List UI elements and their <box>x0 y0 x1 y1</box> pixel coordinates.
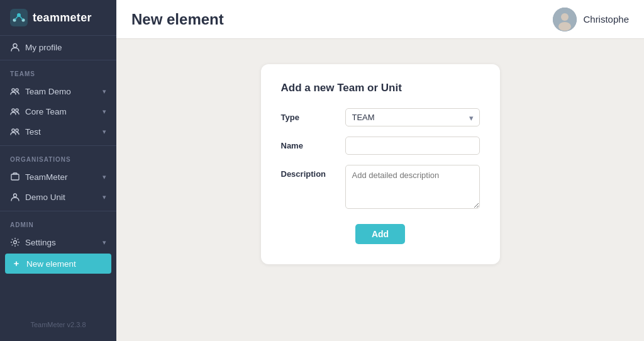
sidebar: teammeter My profile TEAMS Team Demo ▾ <box>0 0 116 341</box>
description-textarea-wrap <box>345 165 480 211</box>
settings-label: Settings <box>25 238 56 247</box>
app-name: teammeter <box>33 11 92 25</box>
form-card-title: Add a new Team or Unit <box>281 82 480 94</box>
teammeter-org-chevron: ▾ <box>103 173 106 181</box>
avatar-image <box>553 8 577 31</box>
form-footer: Add <box>281 224 480 244</box>
admin-section-label: ADMIN <box>0 219 116 232</box>
main-content: Add a new Team or Unit Type TEAM UNIT Na… <box>116 39 644 341</box>
name-input[interactable] <box>345 137 480 155</box>
sidebar-item-team-demo[interactable]: Team Demo ▾ <box>0 81 116 101</box>
form-card: Add a new Team or Unit Type TEAM UNIT Na… <box>261 64 500 264</box>
profile-icon <box>10 42 20 52</box>
svg-point-11 <box>12 129 14 131</box>
my-profile-item[interactable]: My profile <box>0 36 116 59</box>
demo-unit-chevron: ▾ <box>103 193 106 201</box>
svg-point-7 <box>12 89 14 91</box>
name-label: Name <box>281 137 338 150</box>
svg-point-10 <box>16 109 18 111</box>
sidebar-item-settings[interactable]: Settings ▾ <box>0 232 116 252</box>
demo-unit-label: Demo Unit <box>25 193 65 202</box>
svg-point-14 <box>14 194 17 197</box>
team-demo-chevron: ▾ <box>103 87 106 96</box>
main-area: New element Christophe Add a new Team or… <box>116 0 644 341</box>
sidebar-item-new-element[interactable]: New element <box>5 254 111 274</box>
name-row: Name <box>281 137 480 155</box>
description-label: Description <box>281 165 338 179</box>
core-team-chevron: ▾ <box>103 108 106 116</box>
type-select-wrap: TEAM UNIT <box>345 108 480 126</box>
teammeter-org-label: TeamMeter <box>25 172 68 182</box>
core-team-label: Core Team <box>25 107 67 116</box>
settings-chevron: ▾ <box>103 238 106 247</box>
settings-icon <box>10 237 20 247</box>
sidebar-item-demo-unit[interactable]: Demo Unit ▾ <box>0 187 116 207</box>
team-demo-label: Team Demo <box>25 87 71 96</box>
svg-rect-0 <box>10 9 28 26</box>
svg-point-9 <box>12 109 14 111</box>
teams-section-label: TEAMS <box>0 68 116 81</box>
sidebar-item-core-team[interactable]: Core Team ▾ <box>0 101 116 121</box>
logo-icon <box>10 9 28 26</box>
my-profile-label: My profile <box>25 43 62 52</box>
user-name: Christophe <box>583 14 629 25</box>
core-team-icon <box>10 106 20 116</box>
divider-admin <box>0 211 116 211</box>
admin-section: ADMIN Settings ▾ New element <box>0 213 116 277</box>
version-label: TeamMeter v2.3.8 <box>0 315 116 335</box>
divider-teams <box>0 60 116 60</box>
svg-point-18 <box>561 13 569 21</box>
name-input-wrap <box>345 137 480 155</box>
logo-area: teammeter <box>0 0 116 36</box>
divider-orgs <box>0 145 116 146</box>
demo-unit-icon <box>10 192 20 202</box>
sidebar-item-teammeter[interactable]: TeamMeter ▾ <box>0 167 116 187</box>
test-icon <box>10 126 20 137</box>
page-title: New element <box>131 11 224 28</box>
description-textarea[interactable] <box>345 165 480 209</box>
team-demo-icon <box>10 86 20 96</box>
svg-rect-13 <box>11 174 19 180</box>
teammeter-org-icon <box>10 172 20 182</box>
user-area: Christophe <box>553 8 629 31</box>
add-button[interactable]: Add <box>355 224 405 244</box>
svg-point-12 <box>16 129 18 131</box>
organisations-section-label: ORGANISATIONS <box>0 154 116 167</box>
svg-point-19 <box>558 22 571 31</box>
type-select[interactable]: TEAM UNIT <box>345 108 480 126</box>
sidebar-item-test[interactable]: Test ▾ <box>0 121 116 142</box>
description-row: Description <box>281 165 480 211</box>
svg-point-8 <box>16 89 18 91</box>
avatar <box>553 8 577 31</box>
type-label: Type <box>281 108 338 122</box>
organisations-section: ORGANISATIONS TeamMeter ▾ Demo Unit ▾ <box>0 147 116 210</box>
new-element-label: New element <box>26 259 76 269</box>
teams-section: TEAMS Team Demo ▾ <box>0 62 116 144</box>
main-header: New element Christophe <box>116 0 644 39</box>
svg-point-15 <box>14 241 17 244</box>
new-element-icon <box>11 259 21 269</box>
test-chevron: ▾ <box>103 128 106 136</box>
svg-point-6 <box>13 44 17 48</box>
type-row: Type TEAM UNIT <box>281 108 480 126</box>
test-label: Test <box>25 127 41 137</box>
